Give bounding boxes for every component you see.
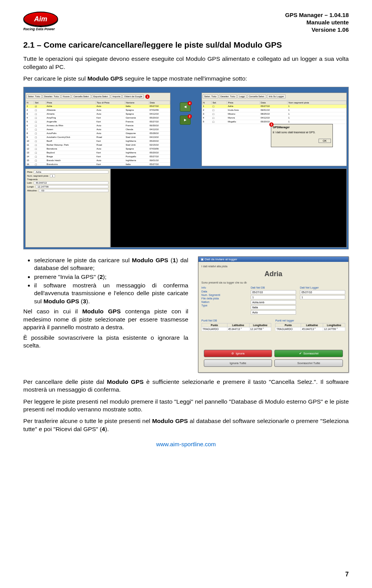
bullet-item: selezionare le piste da caricare sul Mod… [34,256,188,272]
btn-deselect-all[interactable]: Deselez. Tutto [43,95,60,98]
toolbar-gps: Selez. Tutto Deselez. Tutto Leggi Cancel… [202,93,346,101]
panel-local-db: Selez. Tutto Deselez. Tutto Nuova Cancel… [25,93,170,166]
bullet-item: premere "Invia la GPS" (2); [34,273,188,281]
btn-new[interactable]: Nuova [61,95,71,98]
paragraph-overwrite-2: È possibile sovrascrivere la pista esist… [23,334,188,350]
screenshot-main-window: Selez. Tutto Deselez. Tutto Nuova Cancel… [23,87,349,249]
paragraph-read: Per leggere le piste presenti nel modulo… [23,398,349,414]
dialog-transmitted: GPSManager ℹ I dati sono stati trasmessi… [271,124,333,147]
meta-version: Versione 1.06 [285,26,349,34]
meta-product: GPS Manager – 1.04.18 [285,12,349,19]
table-local-tracks[interactable]: NSel.PistaTipo di PistaNazioneData1☑Adri… [26,101,170,166]
btn-delete-sel-r[interactable]: Cancella Selez. [247,95,267,98]
bullets-block: selezionare le piste da caricare sul Mod… [23,256,188,350]
paragraph-delete: Per cancellare delle piste dal Modulo GP… [23,378,349,394]
table-points-logger: Punti nel logger PuntoLatitudineLongitud… [275,319,345,331]
track-map-preview [110,168,347,248]
document-meta: GPS Manager – 1.04.18 Manuale utente Ver… [285,12,349,33]
intro-paragraph-1: Tutte le operazioni qui spiegate devono … [23,55,349,71]
paragraph-overwrite: Nel caso in cui il Modulo GPS contenga p… [23,308,188,331]
meta-manual: Manuale utente [285,19,349,26]
intro-paragraph-2: Per caricare le piste sul Modulo GPS seg… [23,75,349,83]
callout-4: 4 [188,101,192,105]
screenshot-overwrite-dialog: ▣ Dati da inviare al logger I dati relat… [198,256,349,373]
callout-2: 2 [188,114,192,119]
dialog-ok-button[interactable]: OK [319,139,331,143]
table-gps-tracks[interactable]: NSel.PistaDataNum segmenti pista1☐Adria0… [202,101,346,124]
logo: Aim [23,12,58,26]
callout-1: 1 [145,95,150,99]
logo-subtitle: Racing Data Power [23,27,58,31]
btn-overwrite[interactable]: ✔ Sovrascrivi [274,350,343,357]
table-points-db: Punti Nel DB PuntoLatitudineLongitudine … [202,319,272,331]
callout-3: 3 [269,122,274,127]
transfer-buttons: ◀4 ▶2 [180,93,192,166]
footer-link[interactable]: www.aim-sportline.com [23,441,349,447]
btn-send-to-gps[interactable]: ▶2 [180,115,191,125]
section-title: 2.1 – Come caricare/cancellare/leggere l… [23,40,349,50]
dialog2-track-name: Adria [202,270,345,278]
toolbar-local: Selez. Tutto Deselez. Tutto Nuova Cancel… [26,93,170,101]
dialog-title: GPSManager [273,126,331,129]
bullet-item: il software mostrerà un messaggio di con… [34,282,188,305]
btn-google[interactable]: Ottieni da Google [122,95,144,98]
btn-read[interactable]: Leggi [238,95,246,98]
dialog2-subtitle: I dati relativi alla pista [202,265,345,268]
btn-deselect-all-r[interactable]: Deselez. Tutto [219,95,237,98]
btn-overwrite-all[interactable]: Sovrascrivi Tutte [274,359,343,367]
dialog2-titlebar: ▣ Dati da inviare al logger [198,257,348,262]
dialog-text: ℹ I dati sono stati trasmessi al GPS. [273,131,331,134]
page-number: 7 [345,571,349,578]
btn-export-sel[interactable]: Esporta Selez. [92,95,110,98]
btn-import[interactable]: Importa [111,95,122,98]
btn-receive-from-gps[interactable]: ◀4 [180,102,191,112]
btn-info-logger[interactable]: Info Su Logger [267,95,285,98]
dialog2-note: Sono presenti sia su logger che su db [202,281,345,284]
btn-delete-sel[interactable]: Cancella Selez. [72,95,91,98]
btn-ignore[interactable]: ⊘ Ignora [204,350,272,357]
paragraph-transfer: Per trasferire alcune o tutte le piste p… [23,417,349,433]
btn-select-all-r[interactable]: Selez. Tutto [203,95,218,98]
page-header: Aim Racing Data Power GPS Manager – 1.04… [23,12,349,33]
btn-select-all[interactable]: Selez. Tutto [26,95,42,98]
btn-ignore-all[interactable]: Ignora Tutte [204,359,272,367]
logo-block: Aim Racing Data Power [23,12,58,31]
panel-track-details: Pista Adria Num. segmenti pista 1 Tragua… [25,168,110,248]
